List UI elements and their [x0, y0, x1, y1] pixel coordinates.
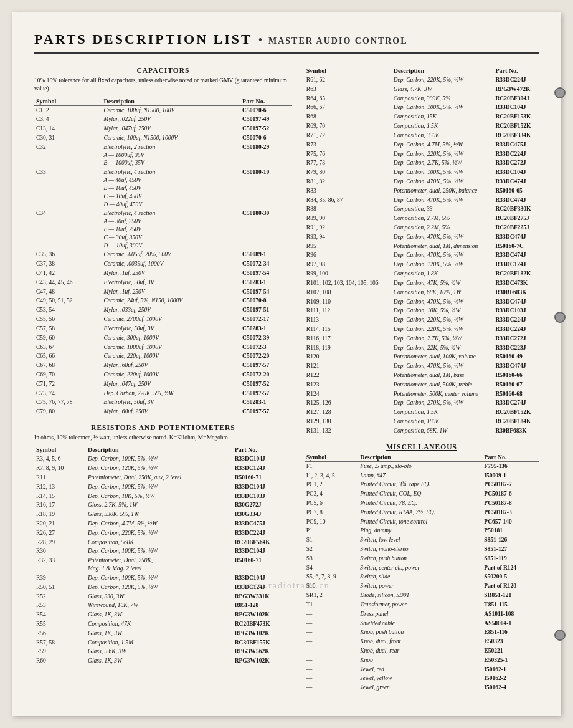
cell-description: Dep. Carbon, 100K, 5%, ½W — [392, 168, 494, 177]
cell-symbol: R99, 100 — [305, 269, 392, 279]
table-row: R14, 15Dep. Carbon, 10K, 5%, ½WR33DC103J — [34, 492, 292, 501]
cell-description: Potentiometer, dual, 1M, dimension — [392, 242, 494, 251]
table-row: P1Plug, dummyP50181 — [305, 526, 539, 535]
table-row: R95Potentiometer, dual, 1M, dimensionR50… — [305, 242, 539, 251]
cell-description: Diode, silicon, SD91 — [358, 591, 482, 600]
cell-part-number: T851-115 — [482, 600, 539, 610]
cell-symbol: C71, 72 — [34, 380, 102, 389]
cell-description: Glass, 330, 3W — [86, 592, 233, 601]
table-row: F1Fuse, .5 amp., slo-bloF795-136 — [305, 461, 539, 471]
cell-symbol: C41, 42 — [34, 269, 102, 278]
table-row: R71, 72Composition, 330KRC20BF334K — [305, 131, 539, 140]
cell-symbol: R7, 8, 9, 10 — [34, 464, 86, 473]
cell-description: Composition, 68K, 10%, 1W — [392, 288, 494, 297]
cell-part-number: C50070-6 — [240, 105, 292, 115]
cell-description: Dep. Carbon, 2.7K, 5%, ½W — [392, 158, 494, 168]
cell-description: Gloss, 2.7K, 5%, 1W — [86, 501, 233, 510]
cell-symbol: C55, 56 — [34, 315, 102, 324]
cell-part-number: Part of R120 — [482, 582, 539, 591]
cell-symbol: R64, 65 — [305, 94, 392, 103]
cell-part-number: R33DC272J — [494, 334, 539, 343]
cell-part-number: R33DC474J — [494, 196, 539, 205]
cell-part-number: R50160-67 — [494, 380, 539, 390]
table-row: R53Wirewound, 10K, 7WR851-128 — [34, 601, 292, 610]
cell-description: Dep. Carbon, 270K, 5%, ½W — [392, 398, 494, 408]
cell-symbol: — — [305, 610, 358, 619]
cell-description: Composition, 1.5K — [392, 122, 494, 131]
cell-description: Composition, 15K — [392, 112, 494, 122]
table-row: —Dress panelAS1011-108 — [305, 610, 539, 619]
cell-symbol: C35, 36 — [34, 250, 102, 259]
cell-part-number: C50180-10 — [240, 168, 292, 209]
cell-description: Mylar, .022uf, 250V — [102, 115, 240, 124]
cell-part-number: R33DC473K — [494, 279, 539, 288]
cell-part-number: C50197-51 — [240, 305, 292, 315]
cell-part-number: R30BF683K — [494, 288, 539, 297]
cell-symbol: R73 — [305, 140, 392, 150]
table-row: R11Potentiometer, Dual, 250K, aux, 2 lev… — [34, 473, 292, 482]
cell-description: Composition, 2.7M, 5% — [392, 214, 494, 223]
cell-symbol: R101, 102, 103, 104, 105, 106 — [305, 279, 392, 288]
cell-symbol: R123 — [305, 380, 392, 390]
left-column: CAPACITORS 10% 10% tolerance for all fix… — [34, 67, 292, 692]
cell-symbol: — — [305, 674, 358, 683]
table-row: C55, 56Ceramic, 2700uf, 1000VC50072-17 — [34, 315, 292, 324]
table-row: R7, 8, 9, 10Dep. Carbon, 120K, 5%, ½WR33… — [34, 464, 292, 473]
cell-part-number: C50197-52 — [240, 380, 292, 389]
cell-part-number: RC20BF152K — [494, 122, 539, 131]
cell-description: Dep. Carbon, 470K, 5%, ½W — [392, 251, 494, 260]
cell-part-number: I50162-4 — [482, 683, 539, 692]
page-title: PARTS DESCRIPTION LIST — [34, 31, 252, 47]
cell-description: Ceramic, 1000uf, 1000V — [102, 343, 240, 352]
cell-symbol: R54 — [34, 610, 86, 620]
table-row: T1Transformer, powerT851-115 — [305, 600, 539, 610]
cell-description: Ceramic, 2700uf, 1000V — [102, 315, 240, 324]
cell-description: Composition, 2.2M, 5% — [392, 223, 494, 232]
miscellaneous-section: MISCELLANEOUS Symbol Description Part No… — [305, 443, 539, 692]
cell-description: Mylar, .68uf, 250V — [102, 407, 240, 416]
cell-symbol: — — [305, 656, 358, 665]
cell-symbol: R89, 90 — [305, 214, 392, 223]
cell-part-number: R50160-68 — [494, 390, 539, 399]
cell-symbol: R125, 126 — [305, 398, 392, 408]
header-subtitle: MASTER AUDIO CONTROL — [268, 36, 408, 46]
cell-symbol: SR1, 2 — [305, 591, 358, 600]
cell-symbol: C65, 66 — [34, 352, 102, 361]
table-row: C75, 76, 77, 78Electrolytic, 50uf, 3VC50… — [34, 398, 292, 407]
table-row: R75, 76Dep. Carbon, 220K, 5%, ½WR33DC224… — [305, 150, 539, 159]
cell-description: Dep. Carbon, 22K, 5%, ½W — [392, 343, 494, 353]
cell-description: Glass, 330K, 5%, 1W — [86, 510, 233, 519]
table-row: R131, 132Composition, 68K, 1WR30BF683K — [305, 426, 539, 436]
cell-symbol: PC5, 6 — [305, 499, 358, 508]
table-row: R39Dep. Carbon, 100K, 5%, ½WR33DC104J — [34, 573, 292, 583]
table-row: —Knob, push buttonE851-116 — [305, 628, 539, 637]
cell-symbol: R120 — [305, 352, 392, 362]
cell-part-number: RC20BF275J — [494, 214, 539, 223]
cell-symbol: R118, 119 — [305, 343, 392, 353]
cell-symbol: C30, 31 — [34, 133, 102, 143]
table-row: C73, 74Dep. Carbon, 220K, 5%, ½WC50197-5… — [34, 389, 292, 398]
cell-description: Dep. Carbon, 470K, 5%, ½W — [392, 232, 494, 242]
cell-description: Ceramic, 24uf, 5%, N150, 1000V — [102, 296, 240, 305]
cell-part-number: R50160-7C — [494, 242, 539, 251]
table-row: C13, 14Mylar, .047uf, 250VC50197-52 — [34, 124, 292, 133]
cell-description: Glass, 4.7K, 3W — [392, 85, 494, 94]
cell-description: Ceramic, .005uf, 20%, 500V — [102, 250, 240, 259]
cell-symbol: R113 — [305, 315, 392, 325]
cell-description: Ceramic, 220uf, 1000V — [102, 352, 240, 361]
cell-description: Electrolytic, 2 section A — 1000uf, 35V … — [102, 143, 240, 168]
cell-part-number: E50221 — [482, 646, 539, 656]
table-row: R99, 100Composition, 1.8KRC20BF182K — [305, 269, 539, 279]
cell-symbol: R83 — [305, 186, 392, 196]
table-row: R79, 80Dep. Carbon, 100K, 5%, ½WR33DC104… — [305, 168, 539, 177]
cell-description: Printed Circuit, COL, EQ — [358, 489, 482, 499]
cell-part-number: R30G334J — [233, 510, 292, 519]
cell-part-number: RC20BF182K — [494, 269, 539, 279]
resistors-table: Symbol Description Part No. R3, 4, 5, 6D… — [34, 446, 292, 666]
table-row: C1, 2Ceramic, 100uf, N1500, 100VC50070-6 — [34, 105, 292, 115]
cell-part-number: PC50187-8 — [482, 499, 539, 508]
table-row: C69, 70Ceramic, 220uf, 1000VC50072-20 — [34, 370, 292, 380]
cell-part-number: R33DC223J — [494, 343, 539, 353]
table-row: —Knob, dual, frontE50323 — [305, 637, 539, 646]
cell-description: Dep. Carbon, 220K, 5%, ½W — [392, 75, 494, 85]
